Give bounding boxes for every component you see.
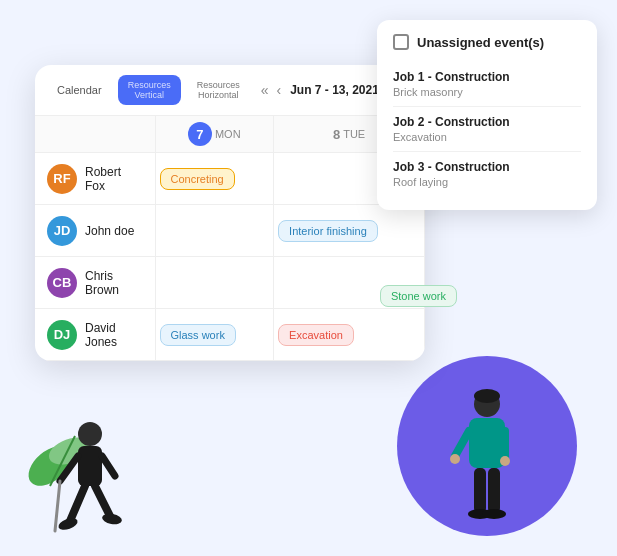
resource-name-robert-fox: Robert Fox — [85, 165, 143, 193]
job2-subtitle: Excavation — [393, 131, 581, 143]
cell-john-doe-mon — [155, 205, 274, 257]
resource-name-john-doe: John doe — [85, 224, 134, 238]
tab-resources-horizontal[interactable]: Resources Horizontal — [187, 75, 250, 105]
nav-prev-prev-button[interactable]: « — [258, 80, 272, 100]
resource-cell-john-doe: JD John doe — [35, 205, 155, 257]
toolbar: Calendar Resources Vertical Resources Ho… — [35, 65, 425, 116]
resource-cell-chris-brown: CB Chris Brown — [35, 257, 155, 309]
svg-point-22 — [482, 509, 506, 519]
table-header-row: 7 MON 8 TUE — [35, 116, 425, 153]
tab-calendar[interactable]: Calendar — [47, 79, 112, 101]
svg-point-3 — [78, 422, 102, 446]
main-card: Calendar Resources Vertical Resources Ho… — [35, 65, 425, 361]
event-stone-work-overlay[interactable]: Stone work — [380, 285, 457, 307]
table-row: JD John doe Interior finishing — [35, 205, 425, 257]
unassigned-checkbox[interactable] — [393, 34, 409, 50]
svg-line-11 — [55, 481, 60, 531]
svg-rect-20 — [488, 468, 500, 513]
date-range-label: Jun 7 - 13, 2021 — [290, 83, 379, 97]
resource-cell-david-jones: DJ David Jones — [35, 309, 155, 361]
job2-title: Job 2 - Construction — [393, 115, 581, 129]
unassigned-panel: Unassigned event(s) Job 1 - Construction… — [377, 20, 597, 210]
event-stone-work[interactable]: Stone work — [380, 285, 457, 307]
job3-title: Job 3 - Construction — [393, 160, 581, 174]
cell-john-doe-tue: Interior finishing — [274, 205, 425, 257]
resource-name-chris-brown: Chris Brown — [85, 269, 143, 297]
person-left-illustration — [50, 416, 140, 546]
avatar-david-jones: DJ — [47, 320, 77, 350]
avatar-chris-brown: CB — [47, 268, 77, 298]
table-row: CB Chris Brown — [35, 257, 425, 309]
event-glass-work[interactable]: Glass work — [160, 324, 236, 346]
cell-david-jones-tue: Excavation — [274, 309, 425, 361]
event-interior-finishing[interactable]: Interior finishing — [278, 220, 378, 242]
svg-point-18 — [500, 456, 510, 466]
svg-line-7 — [70, 486, 85, 521]
job-item[interactable]: Job 2 - Construction Excavation — [393, 107, 581, 152]
unassigned-header: Unassigned event(s) — [393, 34, 581, 50]
col-header-mon: 7 MON — [155, 116, 274, 153]
day-name-tue: TUE — [343, 128, 365, 140]
col-header-resource — [35, 116, 155, 153]
svg-line-15 — [455, 431, 469, 456]
event-concreting[interactable]: Concreting — [160, 168, 235, 190]
svg-rect-4 — [78, 446, 102, 486]
person-right-illustration — [447, 386, 527, 526]
day-num-7: 7 — [188, 122, 212, 146]
cell-chris-brown-mon — [155, 257, 274, 309]
job-item[interactable]: Job 3 - Construction Roof laying — [393, 152, 581, 196]
table-row: DJ David Jones Glass work Excavation — [35, 309, 425, 361]
svg-line-8 — [95, 486, 110, 516]
svg-point-13 — [474, 389, 500, 403]
day-name-mon: MON — [215, 128, 241, 140]
svg-rect-14 — [469, 418, 505, 468]
avatar-john-doe: JD — [47, 216, 77, 246]
cell-robert-fox-mon: Concreting — [155, 153, 274, 205]
job1-title: Job 1 - Construction — [393, 70, 581, 84]
svg-line-5 — [60, 456, 78, 481]
svg-line-6 — [102, 456, 115, 476]
avatar-robert-fox: RF — [47, 164, 77, 194]
day-num-8: 8 — [333, 127, 340, 142]
resource-cell-robert-fox: RF Robert Fox — [35, 153, 155, 205]
job-item[interactable]: Job 1 - Construction Brick masonry — [393, 62, 581, 107]
nav-group: « ‹ — [258, 80, 284, 100]
cell-david-jones-mon: Glass work — [155, 309, 274, 361]
tab-resources-vertical[interactable]: Resources Vertical — [118, 75, 181, 105]
svg-rect-19 — [474, 468, 486, 513]
job3-subtitle: Roof laying — [393, 176, 581, 188]
nav-prev-button[interactable]: ‹ — [274, 80, 285, 100]
unassigned-title: Unassigned event(s) — [417, 35, 544, 50]
svg-point-10 — [101, 512, 122, 525]
svg-point-17 — [450, 454, 460, 464]
resource-name-david-jones: David Jones — [85, 321, 143, 349]
event-excavation[interactable]: Excavation — [278, 324, 354, 346]
table-row: RF Robert Fox Concreting — [35, 153, 425, 205]
schedule-table: 7 MON 8 TUE RF Robert Fox — [35, 116, 425, 361]
job1-subtitle: Brick masonry — [393, 86, 581, 98]
